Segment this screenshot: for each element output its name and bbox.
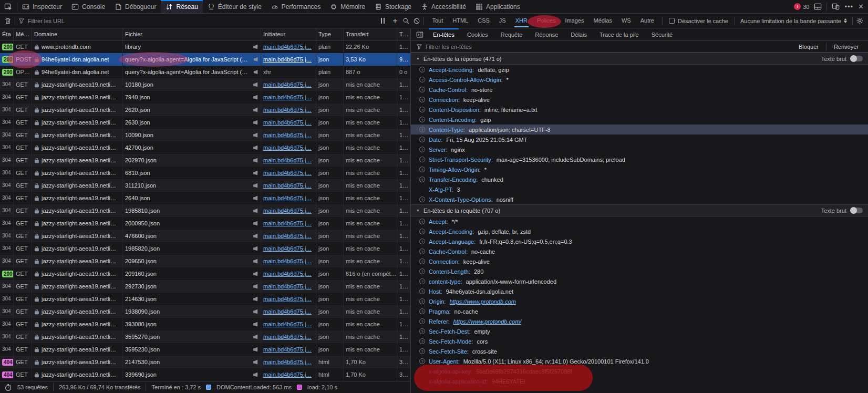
split-pane-toggle[interactable] <box>411 28 427 40</box>
help-icon[interactable]: ? <box>419 348 425 354</box>
initiator-link[interactable]: main.bd4b6d75.j… <box>263 91 312 104</box>
table-row[interactable]: 304 GET jazzy-starlight-aeea19.netli… 39… <box>0 318 410 330</box>
table-row[interactable]: 404 GET jazzy-starlight-aeea19.netli… 21… <box>0 356 410 368</box>
initiator-link[interactable]: main.bd4b6d75.j… <box>263 78 312 91</box>
domcontentloaded-time[interactable]: DOMContentLoaded: 563 ms <box>216 384 292 390</box>
tab-inspecteur[interactable]: Inspecteur <box>17 0 67 13</box>
initiator-link[interactable]: main.bd4b6d75.j… <box>263 255 312 267</box>
raw-headers-toggle[interactable] <box>850 56 863 61</box>
header-row[interactable]: ? Date Fri, 15 Aug 2025 21:05:14 GMT <box>411 135 868 144</box>
type-filter-tab[interactable]: Images <box>560 14 588 28</box>
table-row[interactable]: 304 GET jazzy-starlight-aeea19.netli… 79… <box>0 91 410 104</box>
type-filter-tab[interactable]: HTML <box>448 14 473 28</box>
header-row[interactable]: ? Accept-Encoding gzip, deflate, br, zst… <box>411 226 868 236</box>
help-icon[interactable]: ? <box>419 127 425 132</box>
table-row[interactable]: 304 GET jazzy-starlight-aeea19.netli… 26… <box>0 116 410 129</box>
request-count[interactable]: 53 requêtes <box>17 384 48 390</box>
help-icon[interactable]: ? <box>419 107 425 112</box>
initiator-link[interactable]: main.bd4b6d75.j… <box>263 305 312 318</box>
help-icon[interactable]: ? <box>419 328 425 334</box>
help-icon[interactable]: ? <box>419 157 425 162</box>
url-filter-input[interactable] <box>28 18 375 24</box>
help-icon[interactable]: ? <box>419 167 425 172</box>
help-icon[interactable]: ? <box>419 97 425 102</box>
table-row[interactable]: 200 POST 94he6yatei-dsn.algolia.net quer… <box>0 53 410 66</box>
type-filter-tab[interactable]: XHR <box>511 14 532 28</box>
col-initiator[interactable]: Initiateur <box>261 28 316 40</box>
help-icon[interactable]: ? <box>419 268 425 274</box>
help-icon[interactable]: ? <box>419 137 425 142</box>
header-row[interactable]: ? Content-Length 280 <box>411 266 868 276</box>
type-filter-tab[interactable]: JS <box>494 14 511 28</box>
clear-requests-icon[interactable] <box>4 17 12 25</box>
initiator-link[interactable]: main.bd4b6d75.j… <box>263 318 312 330</box>
table-row[interactable]: 304 GET jazzy-starlight-aeea19.netli… 26… <box>0 192 410 204</box>
table-row[interactable]: 304 GET jazzy-starlight-aeea19.netli… 10… <box>0 78 410 91</box>
type-filter-tab[interactable]: WS <box>617 14 636 28</box>
pause-icon[interactable] <box>378 18 387 24</box>
header-row[interactable]: ? Accept-Language fr,fr-FR;q=0.8,en-US;q… <box>411 236 868 246</box>
url-filter[interactable] <box>18 18 375 24</box>
table-row[interactable]: 304 GET jazzy-starlight-aeea19.netli… 20… <box>0 154 410 167</box>
tab-editeur-de-style[interactable]: Éditeur de style <box>203 0 266 13</box>
initiator-link[interactable]: main.bd4b6d75.j… <box>263 230 312 242</box>
header-row[interactable]: ? Content-Disposition inline; filename=a… <box>411 105 868 115</box>
help-icon[interactable]: ? <box>419 318 425 324</box>
tab-debogueur[interactable]: Débogueur <box>110 0 161 13</box>
raw-headers-toggle[interactable] <box>850 208 863 213</box>
details-tab[interactable]: Réponse <box>529 28 564 40</box>
transferred-size[interactable]: 263,96 Ko / 69,74 Ko transférés <box>59 384 140 390</box>
initiator-link[interactable]: main.bd4b6d75.j… <box>263 129 312 141</box>
header-row[interactable]: ? x-algolia-application-id 94HE6YATEI <box>411 376 868 386</box>
type-filter-tab[interactable]: CSS <box>473 14 494 28</box>
help-icon[interactable]: ? <box>419 229 425 234</box>
table-row[interactable]: 304 GET jazzy-starlight-aeea19.netli… 29… <box>0 280 410 293</box>
help-icon[interactable]: ? <box>419 278 425 284</box>
table-row[interactable]: 200 GET jazzy-starlight-aeea19.netli… 20… <box>0 267 410 280</box>
details-tab[interactable]: Délais <box>564 28 593 40</box>
table-row[interactable]: 304 GET jazzy-starlight-aeea19.netli… 21… <box>0 293 410 305</box>
table-row[interactable]: 200 OP… 94he6yatei-dsn.algolia.net query… <box>0 66 410 78</box>
initiator-link[interactable]: main.bd4b6d75.j… <box>263 293 312 305</box>
help-icon[interactable]: ? <box>419 147 425 152</box>
table-row[interactable]: 304 GET jazzy-starlight-aeea19.netli… 42… <box>0 141 410 154</box>
new-request-icon[interactable]: + <box>390 14 399 28</box>
header-row[interactable]: ? Cache-Control no-cache <box>411 246 868 256</box>
initiator-link[interactable]: main.bd4b6d75.j… <box>263 116 312 129</box>
help-icon[interactable]: ? <box>419 196 425 202</box>
initiator-link[interactable]: main.bd4b6d75.j… <box>263 167 312 179</box>
help-icon[interactable]: ? <box>419 239 425 244</box>
help-icon[interactable]: ? <box>419 338 425 344</box>
request-headers-section[interactable]: ▼ En-têtes de la requête (707 o) Texte b… <box>411 204 868 216</box>
initiator-link[interactable]: main.bd4b6d75.j… <box>263 53 312 66</box>
table-row[interactable]: 304 GET jazzy-starlight-aeea19.netli… 19… <box>0 204 410 217</box>
header-row[interactable]: ? Strict-Transport-Security max-age=3153… <box>411 154 868 164</box>
col-method[interactable]: Mé… <box>14 28 32 40</box>
header-row[interactable]: ? Host 94he6yatei-dsn.algolia.net <box>411 286 868 296</box>
console-error-count[interactable]: ! 30 <box>794 3 809 10</box>
initiator-link[interactable]: main.bd4b6d75.j… <box>263 204 312 217</box>
help-icon[interactable]: ? <box>419 249 425 254</box>
initiator-link[interactable]: xhr <box>263 66 271 78</box>
table-row[interactable]: 304 GET jazzy-starlight-aeea19.netli… 10… <box>0 129 410 141</box>
header-row[interactable]: ? Origin https://www.protondb.com <box>411 296 868 306</box>
col-transfer[interactable]: Transfert <box>344 28 397 40</box>
col-domain[interactable]: Domaine <box>32 28 123 40</box>
header-row[interactable]: ? Sec-Fetch-Dest empty <box>411 326 868 336</box>
initiator-link[interactable]: main.bd4b6d75.j… <box>263 217 312 230</box>
header-row[interactable]: ? content-type application/x-www-form-ur… <box>411 276 868 286</box>
pick-element-button[interactable] <box>0 0 17 13</box>
header-row[interactable]: ? Server nginx <box>411 144 868 154</box>
table-row[interactable]: 304 GET jazzy-starlight-aeea19.netli… 47… <box>0 230 410 242</box>
details-tab[interactable]: Requête <box>494 28 529 40</box>
header-row[interactable]: ? x-algolia-api-key 9ba0e69fb2974316cdae… <box>411 366 868 376</box>
table-row[interactable]: 304 GET jazzy-starlight-aeea19.netli… 20… <box>0 217 410 230</box>
header-row[interactable]: ? Accept */* <box>411 216 868 226</box>
responsive-mode-icon[interactable] <box>832 3 840 11</box>
header-row[interactable]: ? Referer https://www.protondb.com/ <box>411 316 868 326</box>
type-filter-tab[interactable]: Tout <box>427 14 448 28</box>
initiator-link[interactable]: main.bd4b6d75.j… <box>263 267 312 280</box>
header-row[interactable]: ? Timing-Allow-Origin * <box>411 164 868 174</box>
initiator-link[interactable]: main.bd4b6d75.j… <box>263 330 312 343</box>
tab-performances[interactable]: Performances <box>266 0 326 13</box>
